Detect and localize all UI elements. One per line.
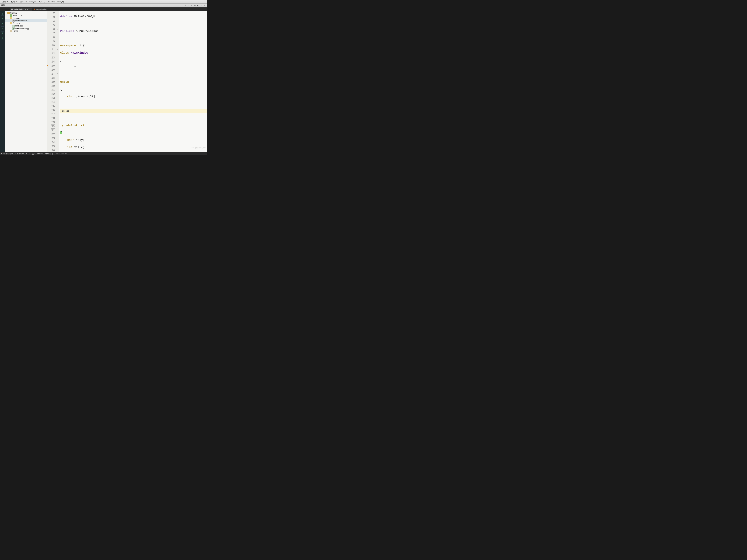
output-tab-8[interactable]: 8 Test Results	[56, 153, 67, 155]
tree-headers-folder[interactable]: ▾ Headers	[5, 17, 47, 19]
filter-icon[interactable]: ▼	[184, 4, 186, 7]
symbol-icon	[34, 8, 35, 10]
sources-folder-icon	[10, 22, 12, 24]
fold-gutter: ▾▾▾▾	[56, 11, 59, 152]
tree-mainwindow-cpp[interactable]: c+ mainwindow.cpp	[5, 27, 47, 30]
code-editor[interactable]: 2345678910111213141516171819202122232425…	[47, 11, 207, 152]
editor-tab-bar: mainwindow.h ▾ × keyValuePair	[0, 7, 207, 11]
output-tab-3[interactable]: 3 应用程序输出	[1, 153, 13, 155]
menu-analyze[interactable]: Analyze	[28, 1, 37, 3]
tree-project-root[interactable]: ▾ union1	[5, 11, 47, 14]
tab-label: mainwindow.h	[14, 8, 26, 10]
output-tab-4[interactable]: 4 编译输出	[15, 153, 24, 155]
output-tab-6[interactable]: 6 概要信息	[45, 153, 53, 155]
help-mode-icon[interactable]: ?	[1, 36, 4, 40]
debug-mode-icon[interactable]: ⌖	[1, 26, 4, 30]
pro-file-icon	[10, 15, 12, 17]
cpp-file-icon: c+	[12, 27, 15, 30]
tree-pro-label: union1.pro	[12, 15, 22, 17]
chevron-right-icon[interactable]: ▸	[8, 30, 10, 32]
tab-symbol-label: keyValuePair	[36, 8, 47, 10]
headers-folder-icon	[10, 17, 12, 19]
sync-icon[interactable]: ⟲	[187, 4, 190, 7]
tab-symbol[interactable]: keyValuePair	[32, 8, 49, 11]
projects-mode-icon[interactable]: ⚙	[1, 31, 4, 35]
welcome-mode-icon[interactable]: ▣	[1, 12, 4, 16]
chevron-down-icon[interactable]: ▾	[8, 22, 10, 24]
nav-back-icon[interactable]: ‹	[200, 4, 203, 7]
menu-tools[interactable]: 工具(T)	[37, 0, 46, 3]
tree-sources-folder[interactable]: ▾ Sources	[5, 22, 47, 25]
close-icon[interactable]: ×	[29, 8, 30, 10]
watermark: CSDN @浪浪舒适真爱	[190, 146, 205, 149]
design-mode-icon[interactable]: ◫	[1, 22, 4, 25]
tree-root-label: union1	[10, 12, 17, 14]
chevron-down-icon[interactable]: ▾	[8, 17, 10, 19]
code-content[interactable]: #define MAINWINDOW_H #include <QMainWind…	[59, 11, 207, 152]
h-file-icon: h	[12, 20, 15, 22]
tree-header-file-label: mainwindow.h	[15, 20, 27, 22]
project-toolbar: 项目 ▼ ⟲ ⊟ ⊞ ◧ ‹ ›	[0, 4, 207, 7]
tree-headers-label: Headers	[12, 17, 20, 19]
project-icon	[7, 12, 10, 14]
chevron-down-icon[interactable]: ▾	[5, 12, 7, 14]
mode-strip: ▣ ✎ ◫ ⌖ ⚙ ?	[0, 11, 5, 152]
output-tab-5[interactable]: 5 Debugger Console	[26, 153, 43, 155]
tree-mainwindow-h[interactable]: h mainwindow.h	[5, 19, 47, 22]
tab-dropdown-icon[interactable]: ▾	[27, 8, 28, 10]
output-pane-bar: 3 应用程序输出 4 编译输出 5 Debugger Console 6 概要信…	[0, 152, 207, 155]
collapse-icon[interactable]: ⊟	[190, 4, 193, 7]
menu-help[interactable]: 帮助(H)	[56, 0, 65, 3]
menu-widgets[interactable]: 控件(W)	[46, 0, 56, 3]
menu-build[interactable]: 构建(B)	[10, 0, 19, 3]
expand-icon[interactable]: ⊞	[194, 4, 196, 7]
edit-mode-icon[interactable]: ✎	[1, 17, 4, 20]
nav-fwd-icon[interactable]: ›	[203, 4, 206, 7]
menu-debug[interactable]: 调试(D)	[19, 0, 28, 3]
tree-main-cpp[interactable]: c+ main.cpp	[5, 25, 47, 27]
tree-main-cpp-label: main.cpp	[15, 25, 23, 27]
project-pane-title: 项目	[1, 4, 5, 7]
tree-forms-label: Forms	[12, 30, 18, 32]
split-icon[interactable]: ◧	[197, 4, 199, 7]
tree-mainwindow-cpp-label: mainwindow.cpp	[15, 27, 29, 30]
marker-gutter	[47, 11, 49, 152]
tree-pro-file[interactable]: union1.pro	[5, 14, 47, 17]
project-tree: ▾ union1 union1.pro ▾ Headers h mainwind…	[5, 11, 47, 152]
line-number-gutter: 2345678910111213141516171819202122232425…	[49, 11, 56, 152]
cpp-file-icon: c+	[12, 25, 15, 27]
menu-edit[interactable]: 编辑(E)	[1, 0, 10, 3]
h-file-icon	[11, 8, 13, 10]
forms-folder-icon	[10, 30, 12, 32]
tab-mainwindow-h[interactable]: mainwindow.h ▾ ×	[10, 8, 32, 11]
tree-sources-label: Sources	[12, 22, 20, 24]
tree-forms-folder[interactable]: ▸ Forms	[5, 30, 47, 32]
menu-bar: 编辑(E) 构建(B) 调试(D) Analyze 工具(T) 控件(W) 帮助…	[0, 0, 207, 4]
